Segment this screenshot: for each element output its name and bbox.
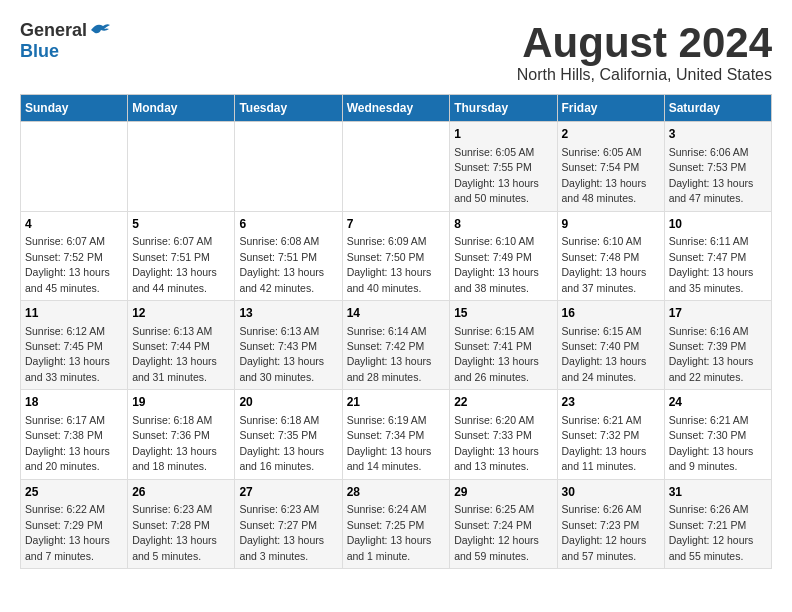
calendar-cell: 26Sunrise: 6:23 AMSunset: 7:28 PMDayligh… [128,479,235,568]
day-number: 23 [562,394,660,411]
logo-bird-icon [89,20,111,40]
day-number: 30 [562,484,660,501]
day-number: 31 [669,484,767,501]
location-title: North Hills, California, United States [517,66,772,84]
day-info: Sunrise: 6:23 AMSunset: 7:28 PMDaylight:… [132,503,217,561]
month-title: August 2024 [517,20,772,66]
calendar-cell [235,122,342,211]
day-number: 11 [25,305,123,322]
day-number: 5 [132,216,230,233]
day-info: Sunrise: 6:12 AMSunset: 7:45 PMDaylight:… [25,325,110,383]
calendar-cell: 22Sunrise: 6:20 AMSunset: 7:33 PMDayligh… [450,390,557,479]
calendar-cell: 16Sunrise: 6:15 AMSunset: 7:40 PMDayligh… [557,300,664,389]
calendar-cell: 17Sunrise: 6:16 AMSunset: 7:39 PMDayligh… [664,300,771,389]
day-number: 18 [25,394,123,411]
day-number: 12 [132,305,230,322]
day-number: 10 [669,216,767,233]
day-number: 16 [562,305,660,322]
day-info: Sunrise: 6:07 AMSunset: 7:52 PMDaylight:… [25,235,110,293]
calendar-cell: 23Sunrise: 6:21 AMSunset: 7:32 PMDayligh… [557,390,664,479]
calendar-cell: 8Sunrise: 6:10 AMSunset: 7:49 PMDaylight… [450,211,557,300]
day-info: Sunrise: 6:13 AMSunset: 7:43 PMDaylight:… [239,325,324,383]
day-info: Sunrise: 6:10 AMSunset: 7:49 PMDaylight:… [454,235,539,293]
weekday-header-saturday: Saturday [664,95,771,122]
logo: General Blue [20,20,111,62]
day-info: Sunrise: 6:26 AMSunset: 7:21 PMDaylight:… [669,503,754,561]
calendar-cell: 15Sunrise: 6:15 AMSunset: 7:41 PMDayligh… [450,300,557,389]
day-info: Sunrise: 6:05 AMSunset: 7:55 PMDaylight:… [454,146,539,204]
day-number: 2 [562,126,660,143]
day-number: 6 [239,216,337,233]
calendar-cell: 27Sunrise: 6:23 AMSunset: 7:27 PMDayligh… [235,479,342,568]
weekday-header-thursday: Thursday [450,95,557,122]
day-info: Sunrise: 6:13 AMSunset: 7:44 PMDaylight:… [132,325,217,383]
calendar-cell: 9Sunrise: 6:10 AMSunset: 7:48 PMDaylight… [557,211,664,300]
day-number: 26 [132,484,230,501]
day-info: Sunrise: 6:22 AMSunset: 7:29 PMDaylight:… [25,503,110,561]
day-number: 14 [347,305,446,322]
calendar-week-row: 1Sunrise: 6:05 AMSunset: 7:55 PMDaylight… [21,122,772,211]
day-info: Sunrise: 6:18 AMSunset: 7:36 PMDaylight:… [132,414,217,472]
calendar-cell: 20Sunrise: 6:18 AMSunset: 7:35 PMDayligh… [235,390,342,479]
calendar-cell: 13Sunrise: 6:13 AMSunset: 7:43 PMDayligh… [235,300,342,389]
calendar-cell: 3Sunrise: 6:06 AMSunset: 7:53 PMDaylight… [664,122,771,211]
day-number: 19 [132,394,230,411]
calendar-cell: 12Sunrise: 6:13 AMSunset: 7:44 PMDayligh… [128,300,235,389]
day-info: Sunrise: 6:14 AMSunset: 7:42 PMDaylight:… [347,325,432,383]
calendar-week-row: 18Sunrise: 6:17 AMSunset: 7:38 PMDayligh… [21,390,772,479]
calendar-cell: 4Sunrise: 6:07 AMSunset: 7:52 PMDaylight… [21,211,128,300]
day-info: Sunrise: 6:11 AMSunset: 7:47 PMDaylight:… [669,235,754,293]
day-info: Sunrise: 6:21 AMSunset: 7:30 PMDaylight:… [669,414,754,472]
day-number: 9 [562,216,660,233]
day-number: 7 [347,216,446,233]
day-info: Sunrise: 6:06 AMSunset: 7:53 PMDaylight:… [669,146,754,204]
logo-general-text: General [20,20,87,41]
day-info: Sunrise: 6:24 AMSunset: 7:25 PMDaylight:… [347,503,432,561]
day-number: 27 [239,484,337,501]
calendar-week-row: 4Sunrise: 6:07 AMSunset: 7:52 PMDaylight… [21,211,772,300]
day-number: 13 [239,305,337,322]
calendar-cell: 7Sunrise: 6:09 AMSunset: 7:50 PMDaylight… [342,211,450,300]
day-info: Sunrise: 6:10 AMSunset: 7:48 PMDaylight:… [562,235,647,293]
day-number: 4 [25,216,123,233]
logo-blue-text: Blue [20,41,59,62]
weekday-header-monday: Monday [128,95,235,122]
calendar-cell: 30Sunrise: 6:26 AMSunset: 7:23 PMDayligh… [557,479,664,568]
day-info: Sunrise: 6:15 AMSunset: 7:41 PMDaylight:… [454,325,539,383]
day-number: 24 [669,394,767,411]
calendar-cell: 10Sunrise: 6:11 AMSunset: 7:47 PMDayligh… [664,211,771,300]
calendar-cell [21,122,128,211]
weekday-header-sunday: Sunday [21,95,128,122]
day-number: 3 [669,126,767,143]
day-info: Sunrise: 6:26 AMSunset: 7:23 PMDaylight:… [562,503,647,561]
day-number: 25 [25,484,123,501]
calendar-cell: 21Sunrise: 6:19 AMSunset: 7:34 PMDayligh… [342,390,450,479]
header: General Blue August 2024 North Hills, Ca… [20,20,772,84]
weekday-header-friday: Friday [557,95,664,122]
calendar-cell: 24Sunrise: 6:21 AMSunset: 7:30 PMDayligh… [664,390,771,479]
day-info: Sunrise: 6:21 AMSunset: 7:32 PMDaylight:… [562,414,647,472]
calendar-cell: 28Sunrise: 6:24 AMSunset: 7:25 PMDayligh… [342,479,450,568]
day-info: Sunrise: 6:20 AMSunset: 7:33 PMDaylight:… [454,414,539,472]
title-block: August 2024 North Hills, California, Uni… [517,20,772,84]
day-number: 1 [454,126,552,143]
calendar-cell: 29Sunrise: 6:25 AMSunset: 7:24 PMDayligh… [450,479,557,568]
calendar-week-row: 25Sunrise: 6:22 AMSunset: 7:29 PMDayligh… [21,479,772,568]
day-number: 22 [454,394,552,411]
calendar-body: 1Sunrise: 6:05 AMSunset: 7:55 PMDaylight… [21,122,772,569]
calendar-week-row: 11Sunrise: 6:12 AMSunset: 7:45 PMDayligh… [21,300,772,389]
day-info: Sunrise: 6:25 AMSunset: 7:24 PMDaylight:… [454,503,539,561]
calendar-table: SundayMondayTuesdayWednesdayThursdayFrid… [20,94,772,569]
calendar-cell: 31Sunrise: 6:26 AMSunset: 7:21 PMDayligh… [664,479,771,568]
day-info: Sunrise: 6:18 AMSunset: 7:35 PMDaylight:… [239,414,324,472]
calendar-cell: 5Sunrise: 6:07 AMSunset: 7:51 PMDaylight… [128,211,235,300]
weekday-header-tuesday: Tuesday [235,95,342,122]
calendar-cell: 6Sunrise: 6:08 AMSunset: 7:51 PMDaylight… [235,211,342,300]
day-info: Sunrise: 6:09 AMSunset: 7:50 PMDaylight:… [347,235,432,293]
day-info: Sunrise: 6:17 AMSunset: 7:38 PMDaylight:… [25,414,110,472]
day-info: Sunrise: 6:15 AMSunset: 7:40 PMDaylight:… [562,325,647,383]
day-number: 20 [239,394,337,411]
day-number: 28 [347,484,446,501]
weekday-header-wednesday: Wednesday [342,95,450,122]
day-info: Sunrise: 6:05 AMSunset: 7:54 PMDaylight:… [562,146,647,204]
